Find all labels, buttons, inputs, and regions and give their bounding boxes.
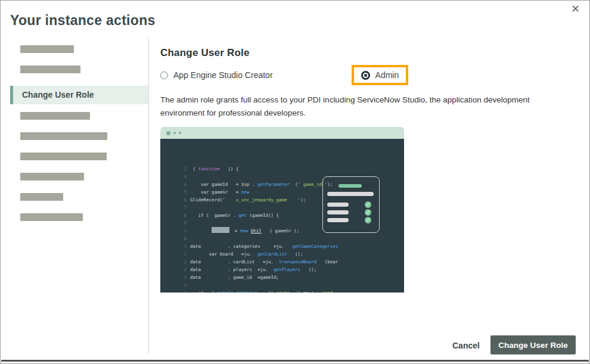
checklist-card-illustration: ✓ ✓ ✓ — [322, 176, 380, 233]
code-screenshot: 2 ( function () {34 var gameId = $sp . g… — [160, 127, 404, 293]
code-editor-body: 2 ( function () {34 var gameId = $sp . g… — [160, 139, 404, 293]
card-row-pill — [327, 218, 349, 222]
page-title: Change User Role — [160, 47, 250, 59]
sidebar-item-placeholder[interactable] — [20, 173, 84, 181]
sidebar-item-placeholder[interactable] — [20, 213, 83, 221]
dialog-title: Your instance actions — [10, 13, 156, 29]
close-icon[interactable]: ✕ — [567, 1, 583, 17]
card-row-pill — [327, 210, 349, 214]
sidebar-item-placeholder[interactable] — [20, 66, 80, 73]
sidebar-item-placeholder[interactable] — [20, 153, 107, 160]
change-user-role-button[interactable]: Change User Role — [490, 335, 576, 354]
role-description: The admin role grants full access to you… — [160, 94, 549, 119]
sidebar-placeholders-bottom — [10, 112, 148, 221]
dialog-bottom-edge — [1, 360, 589, 362]
card-row-pill — [327, 203, 349, 207]
card-title-pill — [339, 184, 362, 188]
card-subtitle-pill — [327, 192, 374, 196]
window-dot-icon — [179, 132, 181, 134]
sidebar-item-change-user-role[interactable]: Change User Role — [10, 86, 148, 104]
sidebar-item-placeholder[interactable] — [20, 193, 63, 201]
admin-highlight-box: Admin — [352, 65, 409, 85]
sidebar-placeholders-top — [10, 45, 148, 73]
window-dot-icon — [166, 131, 170, 135]
cancel-button[interactable]: Cancel — [449, 340, 483, 351]
sidebar: Change User Role — [10, 42, 148, 234]
sidebar-divider — [148, 38, 149, 354]
check-icon: ✓ — [365, 201, 371, 208]
instance-actions-dialog: Your instance actions ✕ Change User Role… — [0, 0, 590, 364]
check-icon: ✓ — [365, 209, 371, 216]
sidebar-item-placeholder[interactable] — [20, 112, 90, 120]
sidebar-item-placeholder[interactable] — [20, 132, 107, 140]
radio-unselected-icon[interactable] — [160, 71, 168, 79]
radio-option-admin[interactable]: Admin — [361, 70, 399, 80]
code-window-titlebar — [160, 127, 404, 139]
role-radio-group: App Engine Studio Creator Admin — [160, 64, 408, 86]
radio-selected-icon[interactable] — [361, 71, 370, 80]
radio-option-creator[interactable]: App Engine Studio Creator — [160, 70, 273, 80]
radio-admin-label[interactable]: Admin — [375, 70, 399, 80]
sidebar-item-placeholder[interactable] — [20, 45, 74, 53]
check-icon: ✓ — [365, 217, 371, 223]
sidebar-item-label: Change User Role — [22, 90, 94, 99]
radio-creator-label[interactable]: App Engine Studio Creator — [173, 70, 273, 80]
window-dot-icon — [173, 132, 176, 134]
